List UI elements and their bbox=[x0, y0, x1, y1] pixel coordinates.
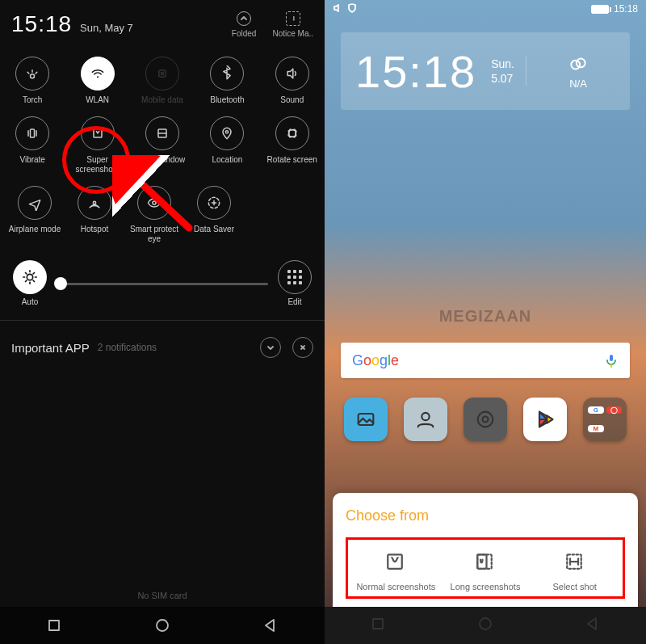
sheet-options-row: Normal screenshots Long screenshots Sele… bbox=[346, 537, 625, 599]
svg-point-21 bbox=[153, 201, 156, 204]
toggle-multiwindow[interactable]: MultiWindow bbox=[132, 116, 192, 175]
svg-point-2 bbox=[31, 74, 35, 78]
svg-point-47 bbox=[422, 413, 429, 420]
home-button[interactable] bbox=[154, 617, 170, 633]
eye-icon bbox=[137, 186, 171, 220]
svg-line-32 bbox=[26, 280, 27, 281]
svg-point-25 bbox=[27, 274, 32, 280]
svg-marker-41 bbox=[334, 5, 338, 11]
mic-icon[interactable] bbox=[604, 353, 619, 368]
sound-status-icon bbox=[333, 3, 342, 15]
svg-marker-10 bbox=[287, 69, 293, 78]
svg-point-62 bbox=[480, 618, 491, 629]
recent-apps-button[interactable] bbox=[370, 616, 386, 635]
home-button[interactable] bbox=[477, 616, 493, 635]
brightness-slider[interactable] bbox=[57, 283, 268, 285]
screenshot-icon bbox=[81, 116, 115, 150]
hotspot-icon bbox=[78, 186, 111, 220]
svg-rect-55 bbox=[477, 554, 492, 569]
dismiss-icon[interactable] bbox=[292, 337, 313, 358]
app-gallery[interactable] bbox=[344, 398, 388, 441]
svg-line-33 bbox=[33, 273, 34, 274]
back-button[interactable] bbox=[585, 616, 601, 635]
chevron-up-icon bbox=[237, 11, 251, 26]
quick-settings-panel: 15:18 Sun, May 7 Folded Notice Ma.. bbox=[0, 0, 325, 644]
toggle-torch[interactable]: Torch bbox=[2, 57, 62, 105]
clock-widget[interactable]: 15:18 Sun. 5.07 N/A bbox=[341, 32, 630, 110]
svg-point-48 bbox=[483, 417, 489, 423]
navigation-bar-right bbox=[325, 607, 646, 644]
status-bar: 15:18 Sun, May 7 Folded Notice Ma.. bbox=[0, 0, 325, 48]
svg-line-31 bbox=[33, 280, 34, 281]
grid-icon bbox=[278, 260, 312, 294]
svg-point-1 bbox=[293, 19, 294, 20]
normal-screenshot-icon bbox=[383, 549, 409, 575]
bluetooth-icon bbox=[210, 57, 244, 90]
app-settings[interactable] bbox=[464, 398, 507, 441]
svg-point-17 bbox=[226, 131, 229, 133]
svg-line-5 bbox=[36, 72, 37, 74]
app-contacts[interactable] bbox=[404, 398, 447, 441]
toggle-smart-eye[interactable]: Smart protect eye bbox=[124, 186, 184, 244]
app-google-folder[interactable]: G◯M bbox=[583, 398, 627, 441]
quick-toggles-grid: Torch WLAN Mobile data Bluetooth Sound bbox=[0, 48, 325, 244]
svg-marker-38 bbox=[266, 620, 274, 631]
toggle-data-saver[interactable]: Data Saver bbox=[184, 186, 244, 244]
app-play-store[interactable] bbox=[523, 398, 567, 441]
airplane-icon bbox=[18, 186, 52, 220]
svg-rect-19 bbox=[288, 129, 296, 137]
svg-rect-61 bbox=[373, 619, 383, 629]
svg-marker-63 bbox=[588, 618, 596, 629]
folded-toggle[interactable]: Folded bbox=[232, 11, 257, 38]
torch-icon bbox=[15, 57, 49, 90]
watermark: MEGIZAAN bbox=[325, 307, 646, 326]
edit-toggles-button[interactable]: Edit bbox=[278, 260, 312, 307]
shield-status-icon bbox=[347, 3, 357, 15]
option-normal-screenshots[interactable]: Normal screenshots bbox=[351, 549, 441, 591]
toggle-vibrate[interactable]: Vibrate bbox=[2, 116, 62, 175]
select-shot-icon bbox=[562, 549, 588, 575]
brightness-auto-toggle[interactable]: Auto bbox=[13, 260, 47, 307]
svg-point-6 bbox=[97, 76, 99, 78]
svg-rect-44 bbox=[610, 355, 613, 361]
widget-date: Sun. 5.07 bbox=[491, 57, 526, 86]
toggle-wlan[interactable]: WLAN bbox=[68, 57, 128, 105]
svg-marker-53 bbox=[547, 415, 552, 423]
toggle-hotspot[interactable]: Hotspot bbox=[65, 186, 124, 244]
notification-title: Important APP bbox=[11, 341, 90, 355]
notification-group[interactable]: Important APP 2 notifications bbox=[0, 324, 325, 371]
option-select-shot[interactable]: Select shot bbox=[530, 549, 619, 591]
clock-date: Sun, May 7 bbox=[80, 22, 133, 34]
data-saver-icon bbox=[197, 186, 231, 220]
back-button[interactable] bbox=[262, 617, 279, 633]
notification-subtitle: 2 notifications bbox=[98, 342, 157, 353]
brightness-icon bbox=[13, 260, 47, 294]
wifi-icon bbox=[81, 57, 115, 90]
sheet-title: Choose from bbox=[346, 507, 625, 524]
option-long-screenshots[interactable]: Long screenshots bbox=[441, 549, 531, 591]
battery-icon bbox=[591, 5, 609, 14]
long-screenshot-icon bbox=[472, 549, 498, 575]
toggle-bluetooth[interactable]: Bluetooth bbox=[197, 57, 257, 105]
toggle-rotate-screen[interactable]: Rotate screen bbox=[262, 116, 322, 175]
svg-rect-36 bbox=[49, 621, 59, 630]
recent-apps-button[interactable] bbox=[46, 617, 62, 633]
clock-time: 15:18 bbox=[11, 11, 72, 37]
notice-manager-button[interactable]: Notice Ma.. bbox=[272, 11, 313, 38]
svg-rect-11 bbox=[31, 129, 35, 137]
brightness-row: Auto Edit bbox=[0, 255, 325, 317]
expand-icon[interactable] bbox=[260, 337, 281, 358]
location-icon bbox=[210, 116, 244, 150]
app-row: G◯M bbox=[325, 398, 646, 441]
toggle-mobile-data[interactable]: Mobile data bbox=[132, 57, 192, 105]
google-logo: Google bbox=[352, 352, 399, 369]
toggle-sound[interactable]: Sound bbox=[262, 57, 322, 105]
no-sim-label: No SIM card bbox=[0, 591, 325, 600]
toggle-airplane-mode[interactable]: Airplane mode bbox=[5, 186, 65, 244]
svg-point-37 bbox=[157, 620, 168, 631]
widget-weather: N/A bbox=[526, 53, 630, 90]
svg-point-42 bbox=[571, 60, 580, 69]
toggle-location[interactable]: Location bbox=[197, 116, 257, 175]
toggle-super-screenshots[interactable]: Super screenshots bbox=[68, 116, 128, 175]
google-search-bar[interactable]: Google bbox=[341, 343, 630, 378]
